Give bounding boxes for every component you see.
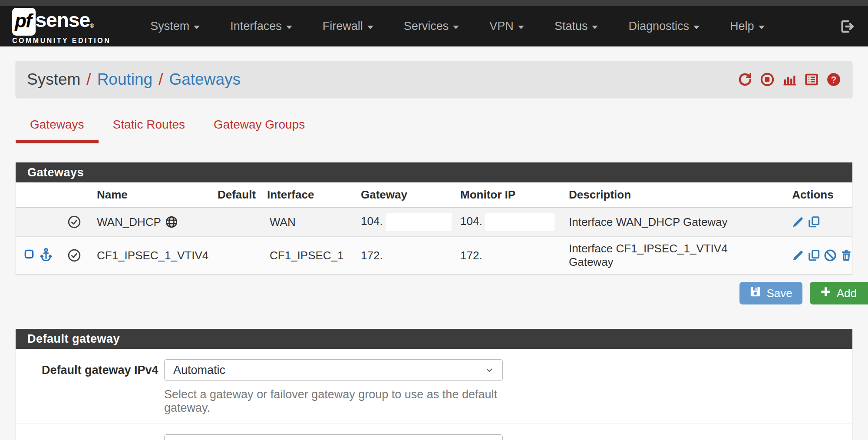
nav-item-vpn[interactable]: VPN (474, 6, 539, 46)
breadcrumb: System / Routing / Gateways (27, 70, 241, 89)
edit-icon[interactable] (792, 249, 805, 262)
nav-item-diagnostics[interactable]: Diagnostics (613, 6, 715, 46)
routing-tabs: Gateways Static Routes Gateway Groups (16, 115, 852, 143)
globe-icon (165, 215, 178, 228)
nav-item-firewall[interactable]: Firewall (307, 6, 389, 46)
caret-down-icon (453, 26, 459, 29)
logo-registered-mark: ® (90, 23, 94, 29)
help-icon[interactable]: ? (826, 72, 841, 87)
tab-gateways[interactable]: Gateways (16, 115, 99, 143)
nav-item-help[interactable]: Help (715, 6, 780, 46)
gateway-description: Interface WAN_DHCP Gateway (563, 208, 773, 237)
sign-out-icon[interactable] (839, 19, 855, 34)
caret-down-icon (693, 26, 700, 29)
breadcrumb-link-gateways[interactable]: Gateways (169, 70, 241, 89)
row-checkbox[interactable] (23, 248, 35, 263)
col-actions: Actions (773, 182, 852, 208)
nav-item-label: Firewall (323, 20, 363, 33)
nav-item-status[interactable]: Status (539, 6, 614, 46)
copy-icon[interactable] (808, 215, 821, 228)
default-gateway-panel: Default gateway Default gateway IPv4 Aut… (16, 329, 852, 440)
save-button[interactable]: Save (739, 282, 802, 304)
breadcrumb-separator: / (158, 70, 163, 89)
gateway-name: CF1_IPSEC_1_VTIV4 (91, 237, 212, 275)
logo-pf-badge: pf (12, 8, 36, 36)
breadcrumb-link-routing[interactable]: Routing (97, 70, 153, 89)
select-value: Automatic (173, 364, 225, 377)
default-gateway-ipv4-label: Default gateway IPv4 (16, 359, 164, 415)
save-icon (749, 286, 761, 301)
nav-item-label: Diagnostics (628, 20, 689, 33)
default-gateway-ipv6-label: Default gateway IPv6 (16, 434, 164, 440)
gateways-panel-title: Gateways (16, 162, 852, 182)
gateway-interface: CF1_IPSEC_1 (261, 237, 343, 275)
log-icon[interactable] (804, 72, 819, 87)
gateway-name: WAN_DHCP (97, 215, 161, 229)
table-actions-row: Save Add (16, 282, 868, 304)
gateway-online-icon (67, 215, 91, 229)
copy-icon[interactable] (808, 249, 821, 262)
gateway-description: Interface CF1_IPSEC_1_VTIV4 Gateway (563, 237, 773, 275)
logo-sense-text: sense (36, 8, 90, 33)
nav-item-interfaces[interactable]: Interfaces (215, 6, 307, 46)
gateway-address: 104. (361, 215, 383, 228)
monitor-ip: 172. (454, 237, 563, 275)
chart-icon[interactable] (782, 72, 797, 87)
row-select-cell (16, 208, 61, 237)
monitor-ip: 104. (460, 215, 482, 228)
tab-gateway-groups[interactable]: Gateway Groups (199, 115, 319, 143)
caret-down-icon (759, 26, 765, 29)
delete-icon[interactable] (840, 249, 853, 262)
nav-item-services[interactable]: Services (389, 6, 475, 46)
gateway-interface: WAN (261, 208, 343, 237)
table-header-row: Name Default Interface Gateway Monitor I… (16, 182, 852, 208)
svg-text:?: ? (831, 74, 837, 85)
nav-item-label: Help (730, 20, 754, 33)
gateways-table: Name Default Interface Gateway Monitor I… (16, 182, 852, 275)
nav-item-label: Services (404, 20, 449, 33)
caret-down-icon (592, 26, 598, 29)
gateways-panel: Gateways Name Default Interface Gateway … (16, 162, 852, 275)
col-status (61, 182, 91, 208)
default-gateway-ipv4-help: Select a gateway or failover gateway gro… (164, 388, 503, 415)
redaction-box (485, 213, 554, 231)
edit-icon[interactable] (792, 215, 805, 228)
chevron-down-icon (484, 365, 495, 375)
col-default: Default (212, 182, 261, 208)
logo-subtitle: COMMUNITY EDITION (12, 37, 111, 45)
gateway-default-cell (212, 237, 261, 275)
form-group-ipv4: Default gateway IPv4 Automatic Select a … (16, 349, 852, 424)
refresh-icon[interactable] (738, 72, 752, 87)
plus-icon (820, 286, 832, 301)
nav-menu: System Interfaces Firewall Services VPN … (135, 6, 779, 46)
nav-item-label: VPN (489, 20, 514, 33)
col-monitor-ip: Monitor IP (454, 182, 563, 208)
save-button-label: Save (766, 287, 792, 300)
table-row: CF1_IPSEC_1_VTIV4 CF1_IPSEC_1 172. 172. … (16, 237, 852, 275)
table-row: WAN_DHCP WAN 104. (16, 208, 852, 237)
caret-down-icon (367, 26, 373, 29)
caret-down-icon (286, 26, 292, 29)
tab-static-routes[interactable]: Static Routes (99, 115, 200, 143)
select-value: Automatic (173, 439, 225, 440)
caret-down-icon (194, 26, 200, 29)
pfsense-logo[interactable]: pf sense ® COMMUNITY EDITION (12, 8, 111, 45)
nav-item-system[interactable]: System (135, 6, 215, 46)
window-chrome-strip (0, 0, 868, 6)
stop-icon[interactable] (760, 72, 775, 87)
gateway-default-cell (212, 208, 261, 237)
navbar: pf sense ® COMMUNITY EDITION System Inte… (0, 6, 868, 46)
disable-icon[interactable] (824, 249, 837, 262)
add-button[interactable]: Add (810, 282, 868, 304)
breadcrumb-separator: / (86, 70, 91, 89)
caret-down-icon (518, 26, 524, 29)
nav-item-label: Interfaces (230, 20, 282, 33)
default-gateway-panel-title: Default gateway (16, 329, 852, 349)
col-gateway: Gateway (343, 182, 454, 208)
col-name: Name (91, 182, 212, 208)
page-header-icons: ? (738, 72, 841, 87)
nav-item-label: Status (554, 20, 588, 33)
default-gateway-ipv4-select[interactable]: Automatic (164, 359, 503, 381)
anchor-icon (39, 247, 53, 264)
default-gateway-ipv6-select[interactable]: Automatic (164, 434, 503, 440)
